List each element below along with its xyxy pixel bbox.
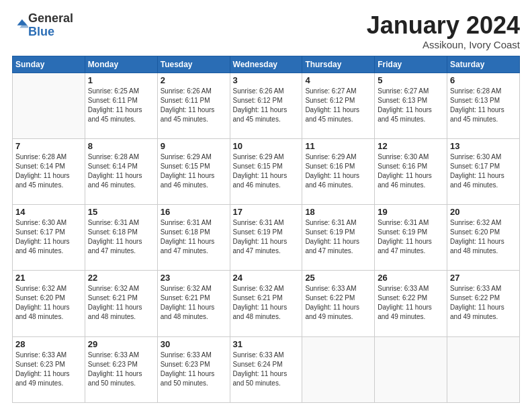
calendar-week-row-4: 28Sunrise: 6:33 AMSunset: 6:23 PMDayligh… xyxy=(13,336,520,402)
sunrise: Sunrise: 6:31 AM xyxy=(233,219,284,226)
daylight: Daylight: 11 hours and 45 minutes. xyxy=(233,106,287,123)
sunset: Sunset: 6:21 PM xyxy=(233,294,283,302)
header-tuesday: Tuesday xyxy=(157,56,230,73)
day-info: Sunrise: 6:32 AMSunset: 6:20 PMDaylight:… xyxy=(15,284,82,322)
table-row: 21Sunrise: 6:32 AMSunset: 6:20 PMDayligh… xyxy=(13,271,85,336)
sunset: Sunset: 6:13 PM xyxy=(378,97,427,104)
daylight: Daylight: 11 hours and 49 minutes. xyxy=(378,304,432,320)
day-number: 12 xyxy=(378,141,444,151)
sunset: Sunset: 6:14 PM xyxy=(15,163,65,170)
day-number: 4 xyxy=(305,75,371,85)
day-info: Sunrise: 6:28 AMSunset: 6:14 PMDaylight:… xyxy=(88,152,154,190)
calendar-week-row-1: 7Sunrise: 6:28 AMSunset: 6:14 PMDaylight… xyxy=(13,138,520,204)
weekday-header-row: Sunday Monday Tuesday Wednesday Thursday… xyxy=(13,56,520,73)
daylight: Daylight: 11 hours and 48 minutes. xyxy=(15,304,70,320)
daylight: Daylight: 11 hours and 49 minutes. xyxy=(305,304,359,320)
daylight: Daylight: 11 hours and 45 minutes. xyxy=(450,106,504,123)
day-number: 25 xyxy=(305,273,371,283)
day-info: Sunrise: 6:32 AMSunset: 6:21 PMDaylight:… xyxy=(233,284,300,322)
day-number: 14 xyxy=(15,207,82,217)
table-row: 5Sunrise: 6:27 AMSunset: 6:13 PMDaylight… xyxy=(375,73,447,138)
sunrise: Sunrise: 6:33 AM xyxy=(161,351,212,359)
day-number: 11 xyxy=(305,141,371,151)
day-number: 20 xyxy=(450,207,517,217)
day-info: Sunrise: 6:31 AMSunset: 6:18 PMDaylight:… xyxy=(88,218,154,256)
table-row: 3Sunrise: 6:26 AMSunset: 6:12 PMDaylight… xyxy=(230,73,302,138)
sunset: Sunset: 6:22 PM xyxy=(450,294,500,302)
logo-blue-text: Blue xyxy=(28,25,54,38)
sunset: Sunset: 6:17 PM xyxy=(15,228,65,236)
sunrise: Sunrise: 6:33 AM xyxy=(305,285,356,292)
sunset: Sunset: 6:14 PM xyxy=(88,163,138,170)
logo: General Blue xyxy=(12,12,73,39)
sunset: Sunset: 6:13 PM xyxy=(450,97,500,104)
page: General Blue January 2024 Assikoun, Ivor… xyxy=(0,0,532,411)
table-row: 31Sunrise: 6:33 AMSunset: 6:24 PMDayligh… xyxy=(230,336,302,402)
day-number: 6 xyxy=(450,75,517,85)
daylight: Daylight: 11 hours and 50 minutes. xyxy=(161,370,215,387)
table-row: 19Sunrise: 6:31 AMSunset: 6:19 PMDayligh… xyxy=(375,205,447,271)
day-number: 8 xyxy=(88,141,154,151)
sunset: Sunset: 6:11 PM xyxy=(88,97,138,104)
daylight: Daylight: 11 hours and 48 minutes. xyxy=(233,304,287,320)
daylight: Daylight: 11 hours and 46 minutes. xyxy=(15,238,70,255)
table-row: 20Sunrise: 6:32 AMSunset: 6:20 PMDayligh… xyxy=(447,205,520,271)
sunset: Sunset: 6:15 PM xyxy=(233,163,283,170)
sunset: Sunset: 6:12 PM xyxy=(305,97,355,104)
daylight: Daylight: 11 hours and 47 minutes. xyxy=(88,238,142,255)
day-info: Sunrise: 6:31 AMSunset: 6:18 PMDaylight:… xyxy=(161,218,227,256)
daylight: Daylight: 11 hours and 47 minutes. xyxy=(161,238,215,255)
logo-general-text: General xyxy=(28,11,73,25)
header-wednesday: Wednesday xyxy=(230,56,302,73)
table-row: 12Sunrise: 6:30 AMSunset: 6:16 PMDayligh… xyxy=(375,138,447,204)
table-row: 28Sunrise: 6:33 AMSunset: 6:23 PMDayligh… xyxy=(13,336,85,402)
header: General Blue January 2024 Assikoun, Ivor… xyxy=(12,12,520,50)
day-number: 27 xyxy=(450,273,517,283)
daylight: Daylight: 11 hours and 46 minutes. xyxy=(305,172,359,189)
table-row: 29Sunrise: 6:33 AMSunset: 6:23 PMDayligh… xyxy=(85,336,157,402)
daylight: Daylight: 11 hours and 46 minutes. xyxy=(378,172,432,189)
day-info: Sunrise: 6:32 AMSunset: 6:20 PMDaylight:… xyxy=(450,218,517,256)
table-row: 1Sunrise: 6:25 AMSunset: 6:11 PMDaylight… xyxy=(85,73,157,138)
day-info: Sunrise: 6:33 AMSunset: 6:23 PMDaylight:… xyxy=(161,351,227,388)
table-row xyxy=(375,336,447,402)
table-row: 17Sunrise: 6:31 AMSunset: 6:19 PMDayligh… xyxy=(230,205,302,271)
sunset: Sunset: 6:17 PM xyxy=(450,163,500,170)
table-row: 2Sunrise: 6:26 AMSunset: 6:11 PMDaylight… xyxy=(157,73,230,138)
sunrise: Sunrise: 6:33 AM xyxy=(88,351,139,359)
day-info: Sunrise: 6:29 AMSunset: 6:15 PMDaylight:… xyxy=(161,152,227,190)
day-number: 21 xyxy=(15,273,82,283)
table-row: 30Sunrise: 6:33 AMSunset: 6:23 PMDayligh… xyxy=(157,336,230,402)
table-row: 25Sunrise: 6:33 AMSunset: 6:22 PMDayligh… xyxy=(302,271,375,336)
daylight: Daylight: 11 hours and 49 minutes. xyxy=(15,370,70,387)
day-number: 23 xyxy=(161,273,227,283)
day-info: Sunrise: 6:30 AMSunset: 6:16 PMDaylight:… xyxy=(378,152,444,190)
day-info: Sunrise: 6:33 AMSunset: 6:22 PMDaylight:… xyxy=(450,284,517,322)
daylight: Daylight: 11 hours and 45 minutes. xyxy=(15,172,70,189)
location: Assikoun, Ivory Coast xyxy=(367,39,520,50)
day-number: 7 xyxy=(15,141,82,151)
table-row: 9Sunrise: 6:29 AMSunset: 6:15 PMDaylight… xyxy=(157,138,230,204)
sunrise: Sunrise: 6:33 AM xyxy=(450,285,501,292)
sunset: Sunset: 6:21 PM xyxy=(161,294,210,302)
sunrise: Sunrise: 6:30 AM xyxy=(378,153,429,161)
daylight: Daylight: 11 hours and 45 minutes. xyxy=(88,106,142,123)
day-info: Sunrise: 6:33 AMSunset: 6:23 PMDaylight:… xyxy=(15,351,82,388)
sunset: Sunset: 6:19 PM xyxy=(233,228,283,236)
header-friday: Friday xyxy=(375,56,447,73)
day-number: 29 xyxy=(88,339,154,349)
sunrise: Sunrise: 6:28 AM xyxy=(450,87,501,95)
day-info: Sunrise: 6:27 AMSunset: 6:12 PMDaylight:… xyxy=(305,87,371,124)
day-number: 13 xyxy=(450,141,517,151)
daylight: Daylight: 11 hours and 48 minutes. xyxy=(88,304,142,320)
daylight: Daylight: 11 hours and 48 minutes. xyxy=(161,304,215,320)
sunrise: Sunrise: 6:32 AM xyxy=(233,285,284,292)
day-info: Sunrise: 6:33 AMSunset: 6:24 PMDaylight:… xyxy=(233,351,300,388)
table-row: 6Sunrise: 6:28 AMSunset: 6:13 PMDaylight… xyxy=(447,73,520,138)
table-row: 14Sunrise: 6:30 AMSunset: 6:17 PMDayligh… xyxy=(13,205,85,271)
sunrise: Sunrise: 6:28 AM xyxy=(88,153,139,161)
sunset: Sunset: 6:21 PM xyxy=(88,294,138,302)
table-row: 27Sunrise: 6:33 AMSunset: 6:22 PMDayligh… xyxy=(447,271,520,336)
sunrise: Sunrise: 6:29 AM xyxy=(305,153,356,161)
day-number: 3 xyxy=(233,75,300,85)
